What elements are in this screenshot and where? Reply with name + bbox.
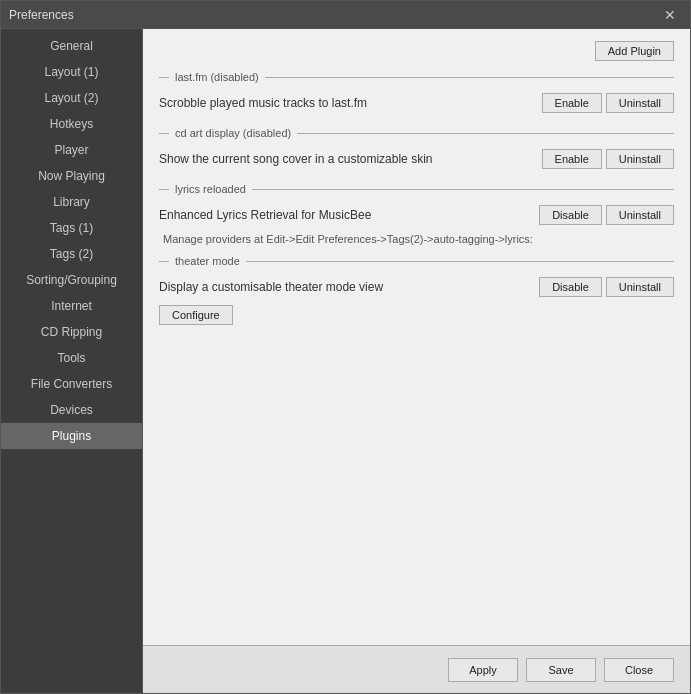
plugin-actions-lastfm-scrobble: EnableUninstall [542, 93, 674, 113]
plugin-actions-lyrics-retrieval: DisableUninstall [539, 205, 674, 225]
sidebar-item-tags1[interactable]: Tags (1) [1, 215, 142, 241]
sidebar-item-tools[interactable]: Tools [1, 345, 142, 371]
plugin-btn2-cdart-display[interactable]: Uninstall [606, 149, 674, 169]
section-lyrics-reloaded: lyrics reloadedEnhanced Lyrics Retrieval… [159, 183, 674, 245]
plugin-btn1-theater-mode-plugin[interactable]: Disable [539, 277, 602, 297]
main-content: Add Plugin last.fm (disabled)Scrobble pl… [143, 29, 690, 693]
plugin-btn1-lyrics-retrieval[interactable]: Disable [539, 205, 602, 225]
plugin-note-lyrics-retrieval: Manage providers at Edit->Edit Preferenc… [159, 233, 674, 245]
add-plugin-button[interactable]: Add Plugin [595, 41, 674, 61]
plugin-description-lyrics-retrieval: Enhanced Lyrics Retrieval for MusicBee [159, 208, 539, 222]
plugin-btn1-cdart-display[interactable]: Enable [542, 149, 602, 169]
plugin-description-cdart-display: Show the current song cover in a customi… [159, 152, 542, 166]
sidebar-item-sorting-grouping[interactable]: Sorting/Grouping [1, 267, 142, 293]
sidebar-item-player[interactable]: Player [1, 137, 142, 163]
sidebar-item-layout2[interactable]: Layout (2) [1, 85, 142, 111]
configure-row-theater-mode-plugin: Configure [159, 305, 674, 325]
section-header-lyrics-reloaded: lyrics reloaded [159, 183, 674, 195]
sidebar-item-layout1[interactable]: Layout (1) [1, 59, 142, 85]
top-bar: Add Plugin [159, 41, 674, 61]
plugin-actions-theater-mode-plugin: DisableUninstall [539, 277, 674, 297]
footer: Apply Save Close [143, 645, 690, 693]
configure-button-theater-mode-plugin[interactable]: Configure [159, 305, 233, 325]
section-header-lastfm: last.fm (disabled) [159, 71, 674, 83]
content-area: GeneralLayout (1)Layout (2)HotkeysPlayer… [1, 29, 690, 693]
sidebar-item-cd-ripping[interactable]: CD Ripping [1, 319, 142, 345]
plugins-area: Add Plugin last.fm (disabled)Scrobble pl… [143, 29, 690, 645]
save-button[interactable]: Save [526, 658, 596, 682]
plugin-row-lyrics-retrieval: Enhanced Lyrics Retrieval for MusicBeeDi… [159, 201, 674, 229]
section-lastfm: last.fm (disabled)Scrobble played music … [159, 71, 674, 117]
plugin-btn2-lyrics-retrieval[interactable]: Uninstall [606, 205, 674, 225]
sidebar-item-tags2[interactable]: Tags (2) [1, 241, 142, 267]
apply-button[interactable]: Apply [448, 658, 518, 682]
sidebar-item-plugins[interactable]: Plugins [1, 423, 142, 449]
sidebar-item-hotkeys[interactable]: Hotkeys [1, 111, 142, 137]
plugin-btn2-theater-mode-plugin[interactable]: Uninstall [606, 277, 674, 297]
sidebar: GeneralLayout (1)Layout (2)HotkeysPlayer… [1, 29, 143, 693]
plugin-row-cdart-display: Show the current song cover in a customi… [159, 145, 674, 173]
sidebar-item-devices[interactable]: Devices [1, 397, 142, 423]
sidebar-item-internet[interactable]: Internet [1, 293, 142, 319]
plugin-row-lastfm-scrobble: Scrobble played music tracks to last.fmE… [159, 89, 674, 117]
section-header-cdart: cd art display (disabled) [159, 127, 674, 139]
plugin-description-lastfm-scrobble: Scrobble played music tracks to last.fm [159, 96, 542, 110]
plugin-btn1-lastfm-scrobble[interactable]: Enable [542, 93, 602, 113]
window-close-button[interactable]: ✕ [658, 5, 682, 25]
title-bar: Preferences ✕ [1, 1, 690, 29]
sections-container: last.fm (disabled)Scrobble played music … [159, 71, 674, 325]
preferences-window: Preferences ✕ GeneralLayout (1)Layout (2… [0, 0, 691, 694]
plugin-row-theater-mode-plugin: Display a customisable theater mode view… [159, 273, 674, 301]
section-cdart: cd art display (disabled)Show the curren… [159, 127, 674, 173]
section-header-theater-mode: theater mode [159, 255, 674, 267]
window-title: Preferences [9, 8, 74, 22]
plugin-actions-cdart-display: EnableUninstall [542, 149, 674, 169]
sidebar-item-library[interactable]: Library [1, 189, 142, 215]
sidebar-item-now-playing[interactable]: Now Playing [1, 163, 142, 189]
plugin-btn2-lastfm-scrobble[interactable]: Uninstall [606, 93, 674, 113]
plugin-description-theater-mode-plugin: Display a customisable theater mode view [159, 280, 539, 294]
close-button[interactable]: Close [604, 658, 674, 682]
section-theater-mode: theater modeDisplay a customisable theat… [159, 255, 674, 325]
sidebar-item-general[interactable]: General [1, 33, 142, 59]
sidebar-item-file-converters[interactable]: File Converters [1, 371, 142, 397]
